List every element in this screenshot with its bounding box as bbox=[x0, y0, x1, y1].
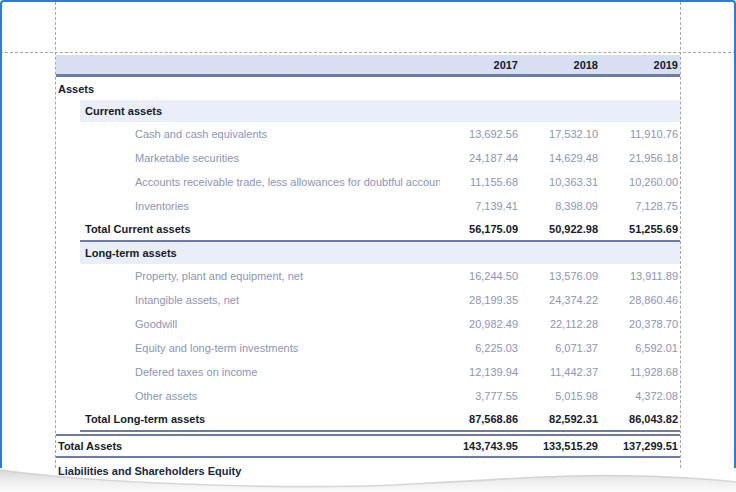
row-label: Current assets bbox=[80, 105, 680, 117]
table-row-other-assets: Other assets3,777.555,015.984,372.08 bbox=[56, 384, 680, 408]
value-2018: 8,398.09 bbox=[520, 200, 600, 212]
row-label: Property, plant and equipment, net bbox=[56, 270, 440, 282]
value-2019: 21,956.18 bbox=[600, 152, 680, 164]
value-2019: 4,372.08 bbox=[600, 390, 680, 402]
row-label: Total Assets bbox=[56, 440, 440, 452]
row-label: Intangible assets, net bbox=[56, 294, 440, 306]
value-2019: 7,128.75 bbox=[600, 200, 680, 212]
value-2017: 13,692.56 bbox=[440, 128, 520, 140]
value-2018: 50,922.98 bbox=[520, 223, 600, 235]
value-2019: 11,928.68 bbox=[600, 366, 680, 378]
margin-guide-top bbox=[0, 52, 736, 53]
margin-guide-right bbox=[680, 2, 681, 468]
table-row-accounts-receivable-trade-less-allowances-for-doubtful-accoun: Accounts receivable trade, less allowanc… bbox=[56, 170, 680, 194]
value-2018: 17,532.10 bbox=[520, 128, 600, 140]
row-label: Total Long-term assets bbox=[80, 413, 440, 425]
value-2017: 20,982.49 bbox=[440, 318, 520, 330]
column-header-2018: 2018 bbox=[520, 59, 600, 71]
row-label: Assets bbox=[56, 83, 680, 95]
row-label: Equity and long-term investments bbox=[56, 342, 440, 354]
value-2017: 143,743.95 bbox=[440, 440, 520, 452]
value-2018: 13,576.09 bbox=[520, 270, 600, 282]
value-2017: 87,568.86 bbox=[440, 413, 520, 425]
report-preview-window: 2017 2018 2019 AssetsCurrent assetsCash … bbox=[0, 0, 736, 492]
table-row-inventories: Inventories7,139.418,398.097,128.75 bbox=[56, 194, 680, 218]
value-2019: 28,860.46 bbox=[600, 294, 680, 306]
value-2019: 11,910.76 bbox=[600, 128, 680, 140]
value-2018: 82,592.31 bbox=[520, 413, 600, 425]
value-2018: 24,374.22 bbox=[520, 294, 600, 306]
table-row-total-assets: Total Assets143,743.95133,515.29137,299.… bbox=[56, 434, 680, 458]
table-row-liabilities-and-shareholders-equity: Liabilities and Shareholders Equity bbox=[56, 461, 680, 481]
value-2019: 137,299.51 bbox=[600, 440, 680, 452]
column-header-band: 2017 2018 2019 bbox=[56, 55, 680, 77]
value-2017: 28,199.35 bbox=[440, 294, 520, 306]
value-2019: 20,378.70 bbox=[600, 318, 680, 330]
table-row-intangible-assets-net: Intangible assets, net28,199.3524,374.22… bbox=[56, 288, 680, 312]
row-label: Liabilities and Shareholders Equity bbox=[56, 465, 680, 477]
value-2018: 133,515.29 bbox=[520, 440, 600, 452]
value-2018: 22,112.28 bbox=[520, 318, 600, 330]
value-2017: 16,244.50 bbox=[440, 270, 520, 282]
report-rows: AssetsCurrent assetsCash and cash equiva… bbox=[56, 77, 680, 481]
table-row-goodwill: Goodwill20,982.4922,112.2820,378.70 bbox=[56, 312, 680, 336]
table-row-defered-taxes-on-income: Defered taxes on income12,139.9411,442.3… bbox=[56, 360, 680, 384]
row-label: Defered taxes on income bbox=[56, 366, 440, 378]
row-label: Other assets bbox=[56, 390, 440, 402]
row-label: Marketable securities bbox=[56, 152, 440, 164]
value-2019: 13,911.89 bbox=[600, 270, 680, 282]
row-label: Accounts receivable trade, less allowanc… bbox=[56, 176, 440, 188]
value-2019: 51,255.69 bbox=[600, 223, 680, 235]
value-2018: 6,071.37 bbox=[520, 342, 600, 354]
row-label: Goodwill bbox=[56, 318, 440, 330]
value-2017: 24,187.44 bbox=[440, 152, 520, 164]
value-2017: 3,777.55 bbox=[440, 390, 520, 402]
row-label: Cash and cash equivalents bbox=[56, 128, 440, 140]
value-2018: 5,015.98 bbox=[520, 390, 600, 402]
value-2017: 11,155.68 bbox=[440, 176, 520, 188]
table-row-property-plant-and-equipment-net: Property, plant and equipment, net16,244… bbox=[56, 264, 680, 288]
value-2017: 7,139.41 bbox=[440, 200, 520, 212]
row-label: Inventories bbox=[56, 200, 440, 212]
row-label: Total Current assets bbox=[80, 223, 440, 235]
value-2019: 10,260.00 bbox=[600, 176, 680, 188]
table-row-long-term-assets: Long-term assets bbox=[80, 242, 680, 264]
value-2019: 86,043.82 bbox=[600, 413, 680, 425]
value-2017: 12,139.94 bbox=[440, 366, 520, 378]
value-2017: 6,225.03 bbox=[440, 342, 520, 354]
table-row-total-current-assets: Total Current assets56,175.0950,922.9851… bbox=[80, 218, 680, 242]
table-row-assets: Assets bbox=[56, 77, 680, 100]
value-2017: 56,175.09 bbox=[440, 223, 520, 235]
table-row-cash-and-cash-equivalents: Cash and cash equivalents13,692.5617,532… bbox=[56, 122, 680, 146]
table-row-equity-and-long-term-investments: Equity and long-term investments6,225.03… bbox=[56, 336, 680, 360]
value-2018: 10,363.31 bbox=[520, 176, 600, 188]
column-header-2019: 2019 bbox=[600, 59, 680, 71]
value-2018: 11,442.37 bbox=[520, 366, 600, 378]
column-header-2017: 2017 bbox=[440, 59, 520, 71]
table-row-total-long-term-assets: Total Long-term assets87,568.8682,592.31… bbox=[80, 408, 680, 432]
table-row-marketable-securities: Marketable securities24,187.4414,629.482… bbox=[56, 146, 680, 170]
value-2018: 14,629.48 bbox=[520, 152, 600, 164]
value-2019: 6,592.01 bbox=[600, 342, 680, 354]
table-row-current-assets: Current assets bbox=[80, 100, 680, 122]
row-label: Long-term assets bbox=[80, 247, 680, 259]
balance-sheet-report: 2017 2018 2019 AssetsCurrent assetsCash … bbox=[56, 55, 680, 481]
